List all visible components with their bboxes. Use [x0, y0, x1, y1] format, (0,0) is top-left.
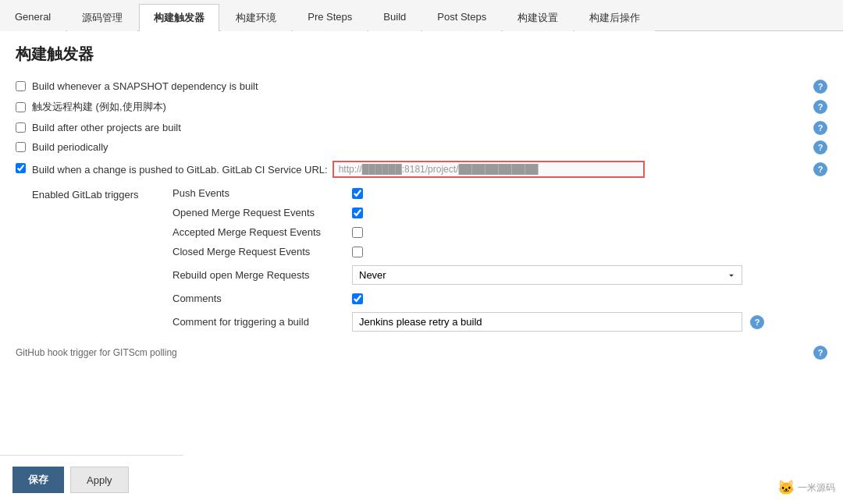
- bottom-bar: 保存 Apply: [0, 455, 183, 504]
- github-row-label: GitHub hook trigger for GITScm polling: [16, 347, 177, 358]
- gitlab-triggers-table: Push Events Opened Merge Request Events …: [173, 187, 827, 339]
- trigger-gitlab-main: Build when a change is pushed to GitLab.…: [32, 161, 827, 178]
- comment-trigger-input[interactable]: [352, 312, 742, 332]
- rebuild-merge-dropdown[interactable]: Never On push to source branch On push t…: [352, 265, 742, 285]
- trigger-remote-checkbox[interactable]: [16, 102, 26, 112]
- trigger-snapshot-label: Build whenever a SNAPSHOT dependency is …: [32, 80, 827, 92]
- trigger-accepted-merge: Accepted Merge Request Events: [173, 226, 827, 238]
- trigger-after-other-label: Build after other projects are built: [32, 122, 827, 133]
- github-row: GitHub hook trigger for GITScm polling ?: [16, 347, 827, 358]
- trigger-remote-row: 触发远程构建 (例如,使用脚本) ?: [16, 100, 827, 114]
- closed-merge-checkbox[interactable]: [352, 247, 363, 257]
- tab-build[interactable]: Build: [368, 4, 421, 31]
- push-events-label: Push Events: [173, 187, 344, 199]
- accepted-merge-label: Accepted Merge Request Events: [173, 226, 344, 238]
- help-icon-snapshot[interactable]: ?: [813, 80, 827, 94]
- watermark-text: 一米源码: [798, 481, 835, 495]
- trigger-closed-merge: Closed Merge Request Events: [173, 246, 827, 257]
- help-icon-remote[interactable]: ?: [813, 100, 827, 114]
- comments-checkbox[interactable]: [352, 293, 363, 304]
- watermark: 🐱 一米源码: [777, 479, 835, 496]
- trigger-periodically-label: Build periodically: [32, 141, 827, 153]
- comment-trigger-row: Comment for triggering a build ?: [173, 312, 827, 332]
- help-icon-comment-trigger[interactable]: ?: [750, 315, 764, 329]
- push-events-checkbox[interactable]: [352, 188, 363, 199]
- gitlab-triggers-title: Enabled GitLab triggers: [32, 187, 157, 201]
- tab-source-management[interactable]: 源码管理: [67, 4, 137, 31]
- trigger-comments: Comments: [173, 293, 827, 304]
- tab-general[interactable]: General: [0, 4, 66, 31]
- opened-merge-checkbox[interactable]: [352, 208, 363, 218]
- opened-merge-label: Opened Merge Request Events: [173, 207, 344, 218]
- tab-pre-steps[interactable]: Pre Steps: [293, 4, 367, 31]
- tab-post-steps[interactable]: Post Steps: [422, 4, 501, 31]
- trigger-gitlab-content: Build when a change is pushed to GitLab.…: [32, 161, 827, 339]
- closed-merge-label: Closed Merge Request Events: [173, 246, 344, 257]
- accepted-merge-checkbox[interactable]: [352, 227, 363, 238]
- comment-trigger-label: Comment for triggering a build: [173, 316, 344, 328]
- trigger-snapshot-checkbox[interactable]: [16, 81, 26, 91]
- gitlab-triggers-label-row: Enabled GitLab triggers Push Events Open…: [32, 187, 827, 339]
- help-icon-github[interactable]: ?: [813, 346, 827, 360]
- tab-build-settings[interactable]: 构建设置: [503, 4, 573, 31]
- trigger-periodically-row: Build periodically ?: [16, 141, 827, 153]
- tab-bar: General 源码管理 构建触发器 构建环境 Pre Steps Build …: [0, 0, 843, 31]
- trigger-snapshot-row: Build whenever a SNAPSHOT dependency is …: [16, 80, 827, 92]
- help-icon-periodically[interactable]: ?: [813, 140, 827, 154]
- main-content: 构建触发器 Build whenever a SNAPSHOT dependen…: [0, 31, 843, 502]
- tab-build-env[interactable]: 构建环境: [221, 4, 291, 31]
- trigger-periodically-checkbox[interactable]: [16, 142, 26, 152]
- rebuild-merge-label: Rebuild open Merge Requests: [173, 269, 344, 281]
- trigger-gitlab-checkbox[interactable]: [16, 163, 26, 173]
- trigger-opened-merge: Opened Merge Request Events: [173, 207, 827, 218]
- tab-build-triggers[interactable]: 构建触发器: [139, 4, 219, 31]
- tab-post-build[interactable]: 构建后操作: [574, 4, 655, 31]
- trigger-push-events: Push Events: [173, 187, 827, 199]
- help-icon-after-other[interactable]: ?: [813, 121, 827, 135]
- gitlab-url-input[interactable]: [333, 161, 645, 178]
- comments-label: Comments: [173, 293, 344, 304]
- apply-button[interactable]: Apply: [70, 467, 129, 493]
- trigger-remote-label: 触发远程构建 (例如,使用脚本): [32, 100, 827, 114]
- rebuild-merge-row: Rebuild open Merge Requests Never On pus…: [173, 265, 827, 285]
- trigger-gitlab-row: Build when a change is pushed to GitLab.…: [16, 161, 827, 339]
- trigger-after-other-checkbox[interactable]: [16, 122, 26, 133]
- help-icon-gitlab[interactable]: ?: [813, 162, 827, 176]
- page-title: 构建触发器: [16, 44, 827, 65]
- watermark-icon: 🐱: [777, 479, 795, 496]
- save-button[interactable]: 保存: [12, 467, 64, 493]
- gitlab-triggers-section: Enabled GitLab triggers Push Events Open…: [32, 187, 827, 339]
- trigger-gitlab-label: Build when a change is pushed to GitLab.…: [32, 164, 328, 176]
- trigger-after-other-row: Build after other projects are built ?: [16, 122, 827, 133]
